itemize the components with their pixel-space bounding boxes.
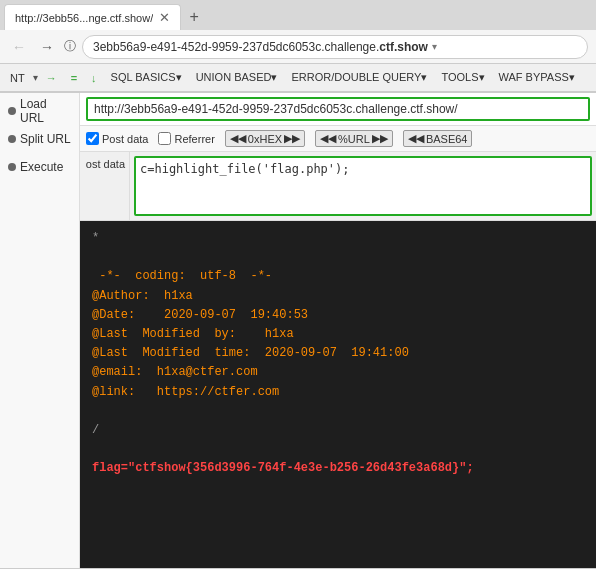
execute-dot — [8, 163, 16, 171]
sqlmap-toolbar: NT ▾ → = ↓ SQL BASICS▾ UNION BASED▾ ERRO… — [0, 64, 596, 92]
referrer-checkbox-label[interactable]: Referrer — [158, 132, 214, 145]
toolbar-arrow-down[interactable]: ↓ — [85, 70, 103, 86]
toolbar-arrow1: ▾ — [33, 72, 38, 83]
security-icon: ⓘ — [64, 38, 76, 55]
left-arrow-url: ◀◀ — [320, 132, 336, 145]
toolbar-tools[interactable]: TOOLS▾ — [435, 69, 490, 86]
output-line-0: * — [92, 229, 584, 248]
url-dropdown-arrow: ▾ — [428, 41, 437, 52]
output-area: * -*- coding: utf-8 -*- @Author: h1xa @D… — [80, 221, 596, 568]
url-input[interactable] — [86, 97, 590, 121]
main-layout: Load URL Split URL Execute Post data Ref… — [0, 93, 596, 568]
load-url-label: Load URL — [20, 97, 71, 125]
output-line-9 — [92, 402, 584, 421]
url-input-row — [80, 93, 596, 126]
output-line-1 — [92, 248, 584, 267]
active-tab[interactable]: http://3ebb56...nge.ctf.show/ ✕ — [4, 4, 181, 30]
left-arrow-hex: ◀◀ — [230, 132, 246, 145]
post-data-textarea[interactable]: c=highlight_file('flag.php'); — [134, 156, 592, 216]
url-text-prefix: 3ebb56a9-e491-452d-9959-237d5dc6053c.cha… — [93, 40, 379, 54]
tab-close-icon[interactable]: ✕ — [159, 11, 170, 24]
execute-button[interactable]: Execute — [0, 153, 79, 181]
output-line-8: @link: https://ctfer.com — [92, 383, 584, 402]
hex-encode-button[interactable]: ◀◀ 0xHEX ▶▶ — [225, 130, 305, 147]
post-data-sidebar-label: ost data — [80, 152, 130, 220]
address-bar: ← → ⓘ 3ebb56a9-e491-452d-9959-237d5dc605… — [0, 30, 596, 64]
referrer-checkbox[interactable] — [158, 132, 171, 145]
base64-encode-button[interactable]: ◀◀ BASE64 — [403, 130, 473, 147]
output-line-10: / — [92, 421, 584, 440]
split-url-label: Split URL — [20, 132, 71, 146]
toolbar-sql-basics[interactable]: SQL BASICS▾ — [105, 69, 188, 86]
post-data-section: ost data c=highlight_file('flag.php'); — [80, 152, 596, 221]
browser-chrome: http://3ebb56...nge.ctf.show/ ✕ + ← → ⓘ … — [0, 0, 596, 93]
output-line-3: @Author: h1xa — [92, 287, 584, 306]
post-data-label: Post data — [102, 133, 148, 145]
toolbar-error-double[interactable]: ERROR/DOUBLE QUERY▾ — [285, 69, 433, 86]
toolbar-waf-bypass[interactable]: WAF BYPASS▾ — [493, 69, 581, 86]
load-url-dot — [8, 107, 16, 115]
toolbar-arrow-right[interactable]: → — [40, 70, 63, 86]
split-url-dot — [8, 135, 16, 143]
new-tab-button[interactable]: + — [181, 4, 207, 30]
tab-bar: http://3ebb56...nge.ctf.show/ ✕ + — [0, 0, 596, 30]
output-line-2: -*- coding: utf-8 -*- — [92, 267, 584, 286]
split-url-button[interactable]: Split URL — [0, 125, 79, 153]
post-data-checkbox-label[interactable]: Post data — [86, 132, 148, 145]
tab-title: http://3ebb56...nge.ctf.show/ — [15, 12, 153, 24]
right-arrow-url: ▶▶ — [372, 132, 388, 145]
left-arrow-b64: ◀◀ — [408, 132, 424, 145]
forward-button[interactable]: → — [36, 36, 58, 58]
url-label: %URL — [338, 133, 370, 145]
toolbar-nt[interactable]: NT — [4, 70, 31, 86]
options-row: Post data Referrer ◀◀ 0xHEX ▶▶ ◀◀ %URL ▶… — [80, 126, 596, 152]
toolbar-union-based[interactable]: UNION BASED▾ — [190, 69, 284, 86]
referrer-label: Referrer — [174, 133, 214, 145]
right-arrow-hex: ▶▶ — [284, 132, 300, 145]
output-line-4: @Date: 2020-09-07 19:40:53 — [92, 306, 584, 325]
back-button[interactable]: ← — [8, 36, 30, 58]
sidebar: Load URL Split URL Execute — [0, 93, 80, 568]
hex-label: 0xHEX — [248, 133, 282, 145]
output-flag-line: flag="ctfshow{356d3996-764f-4e3e-b256-26… — [92, 459, 584, 478]
url-domain: ctf.show — [379, 40, 428, 54]
base64-label: BASE64 — [426, 133, 468, 145]
content-area: Post data Referrer ◀◀ 0xHEX ▶▶ ◀◀ %URL ▶… — [80, 93, 596, 568]
toolbar-equals[interactable]: = — [65, 70, 83, 86]
url-encode-button[interactable]: ◀◀ %URL ▶▶ — [315, 130, 393, 147]
output-line-5: @Last Modified by: h1xa — [92, 325, 584, 344]
output-line-11 — [92, 440, 584, 459]
execute-label: Execute — [20, 160, 63, 174]
load-url-button[interactable]: Load URL — [0, 97, 79, 125]
output-line-7: @email: h1xa@ctfer.com — [92, 363, 584, 382]
post-data-checkbox[interactable] — [86, 132, 99, 145]
address-field[interactable]: 3ebb56a9-e491-452d-9959-237d5dc6053c.cha… — [82, 35, 588, 59]
output-line-6: @Last Modified time: 2020-09-07 19:41:00 — [92, 344, 584, 363]
